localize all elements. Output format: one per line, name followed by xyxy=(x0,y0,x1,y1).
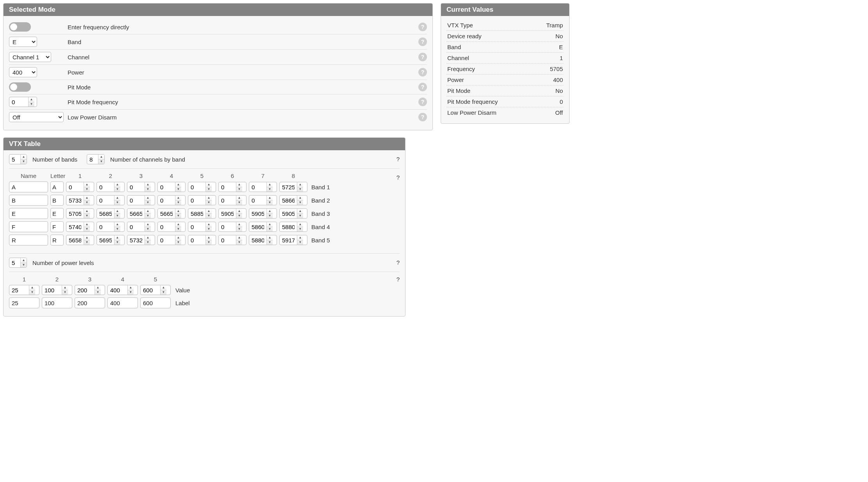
stepper-up-icon[interactable]: ▲ xyxy=(29,97,34,102)
band-channel-input[interactable]: ▲▼ xyxy=(96,222,125,232)
stepper-down-icon[interactable]: ▼ xyxy=(84,201,90,205)
stepper-up-icon[interactable]: ▲ xyxy=(114,196,120,201)
stepper-up-icon[interactable]: ▲ xyxy=(206,235,212,240)
stepper-up-icon[interactable]: ▲ xyxy=(98,155,104,160)
stepper-up-icon[interactable]: ▲ xyxy=(161,285,166,290)
band-channel-input[interactable]: ▲▼ xyxy=(218,182,246,192)
stepper-up-icon[interactable]: ▲ xyxy=(145,182,151,187)
band-channel-input[interactable]: ▲▼ xyxy=(188,222,216,232)
band-channel-input[interactable]: ▲▼ xyxy=(218,195,246,205)
band-channel-input[interactable]: ▲▼ xyxy=(66,222,94,232)
stepper-down-icon[interactable]: ▼ xyxy=(145,240,151,245)
stepper-down-icon[interactable]: ▼ xyxy=(267,214,273,219)
stepper-up-icon[interactable]: ▲ xyxy=(175,235,181,240)
stepper-up-icon[interactable]: ▲ xyxy=(114,209,120,214)
stepper-down-icon[interactable]: ▼ xyxy=(236,214,242,219)
stepper-down-icon[interactable]: ▼ xyxy=(297,187,303,192)
stepper-up-icon[interactable]: ▲ xyxy=(236,182,242,187)
band-channel-input[interactable]: ▲▼ xyxy=(127,208,155,219)
stepper-down-icon[interactable]: ▼ xyxy=(267,240,273,245)
stepper-up-icon[interactable]: ▲ xyxy=(267,196,273,201)
stepper-down-icon[interactable]: ▼ xyxy=(29,102,34,107)
stepper-up-icon[interactable]: ▲ xyxy=(95,285,101,290)
help-icon[interactable]: ? xyxy=(418,98,427,106)
stepper-down-icon[interactable]: ▼ xyxy=(267,201,273,205)
stepper-down-icon[interactable]: ▼ xyxy=(175,201,181,205)
stepper-down-icon[interactable]: ▼ xyxy=(175,240,181,245)
band-channel-input[interactable]: ▲▼ xyxy=(249,208,277,219)
select-channel[interactable]: Channel 1 xyxy=(9,52,51,62)
stepper-down-icon[interactable]: ▼ xyxy=(236,201,242,205)
band-letter-input[interactable] xyxy=(50,221,64,232)
stepper-down-icon[interactable]: ▼ xyxy=(98,160,104,164)
stepper-up-icon[interactable]: ▲ xyxy=(267,182,273,187)
band-channel-input[interactable]: ▲▼ xyxy=(127,222,155,232)
stepper-down-icon[interactable]: ▼ xyxy=(175,187,181,192)
band-letter-input[interactable] xyxy=(50,235,64,245)
stepper-down-icon[interactable]: ▼ xyxy=(297,201,303,205)
band-channel-input[interactable]: ▲▼ xyxy=(279,208,307,219)
stepper-up-icon[interactable]: ▲ xyxy=(267,235,273,240)
band-channel-input[interactable]: ▲▼ xyxy=(249,235,277,245)
power-value-input[interactable]: ▲▼ xyxy=(140,285,171,295)
stepper-down-icon[interactable]: ▼ xyxy=(297,227,303,232)
band-channel-input[interactable]: ▲▼ xyxy=(127,182,155,192)
stepper-down-icon[interactable]: ▼ xyxy=(236,240,242,245)
help-icon[interactable]: ? xyxy=(396,259,400,266)
input-num-power-levels[interactable]: ▲▼ xyxy=(9,258,27,268)
band-letter-input[interactable] xyxy=(50,208,64,219)
stepper-down-icon[interactable]: ▼ xyxy=(206,240,212,245)
stepper-up-icon[interactable]: ▲ xyxy=(145,209,151,214)
stepper-down-icon[interactable]: ▼ xyxy=(175,227,181,232)
stepper-up-icon[interactable]: ▲ xyxy=(297,222,303,227)
stepper-down-icon[interactable]: ▼ xyxy=(297,240,303,245)
stepper-up-icon[interactable]: ▲ xyxy=(21,155,27,160)
stepper-down-icon[interactable]: ▼ xyxy=(175,214,181,219)
toggle-pit-mode[interactable] xyxy=(9,82,31,92)
stepper-up-icon[interactable]: ▲ xyxy=(206,196,212,201)
stepper-down-icon[interactable]: ▼ xyxy=(84,227,90,232)
stepper-up-icon[interactable]: ▲ xyxy=(236,222,242,227)
stepper-up-icon[interactable]: ▲ xyxy=(297,182,303,187)
select-power[interactable]: 400 xyxy=(9,67,37,77)
help-icon[interactable]: ? xyxy=(396,276,400,283)
stepper-down-icon[interactable]: ▼ xyxy=(84,240,90,245)
band-channel-input[interactable]: ▲▼ xyxy=(279,195,307,205)
stepper-down-icon[interactable]: ▼ xyxy=(84,214,90,219)
stepper-down-icon[interactable]: ▼ xyxy=(236,187,242,192)
stepper-up-icon[interactable]: ▲ xyxy=(297,196,303,201)
stepper-down-icon[interactable]: ▼ xyxy=(145,214,151,219)
help-icon[interactable]: ? xyxy=(418,83,427,91)
stepper-up-icon[interactable]: ▲ xyxy=(21,258,27,263)
stepper-down-icon[interactable]: ▼ xyxy=(145,227,151,232)
stepper-down-icon[interactable]: ▼ xyxy=(297,214,303,219)
stepper-up-icon[interactable]: ▲ xyxy=(145,222,151,227)
stepper-up-icon[interactable]: ▲ xyxy=(84,182,90,187)
band-channel-input[interactable]: ▲▼ xyxy=(279,222,307,232)
input-num-channels[interactable]: ▲▼ xyxy=(87,154,105,164)
stepper-down-icon[interactable]: ▼ xyxy=(206,214,212,219)
band-channel-input[interactable]: ▲▼ xyxy=(157,235,186,245)
stepper-up-icon[interactable]: ▲ xyxy=(175,196,181,201)
power-label-input[interactable] xyxy=(75,297,105,308)
band-name-input[interactable] xyxy=(9,221,48,232)
band-channel-input[interactable]: ▲▼ xyxy=(188,182,216,192)
stepper-up-icon[interactable]: ▲ xyxy=(297,209,303,214)
stepper-up-icon[interactable]: ▲ xyxy=(175,182,181,187)
band-letter-input[interactable] xyxy=(50,195,64,206)
stepper-up-icon[interactable]: ▲ xyxy=(236,235,242,240)
stepper-down-icon[interactable]: ▼ xyxy=(114,227,120,232)
band-channel-input[interactable]: ▲▼ xyxy=(188,195,216,205)
help-icon[interactable]: ? xyxy=(418,113,427,121)
stepper-down-icon[interactable]: ▼ xyxy=(114,187,120,192)
stepper-down-icon[interactable]: ▼ xyxy=(206,201,212,205)
band-channel-input[interactable]: ▲▼ xyxy=(279,235,307,245)
band-channel-input[interactable]: ▲▼ xyxy=(249,222,277,232)
stepper-down-icon[interactable]: ▼ xyxy=(29,290,35,295)
stepper-up-icon[interactable]: ▲ xyxy=(175,222,181,227)
band-channel-input[interactable]: ▲▼ xyxy=(96,195,125,205)
stepper-down-icon[interactable]: ▼ xyxy=(161,290,166,295)
band-channel-input[interactable]: ▲▼ xyxy=(279,182,307,192)
stepper-down-icon[interactable]: ▼ xyxy=(145,187,151,192)
stepper-down-icon[interactable]: ▼ xyxy=(21,160,27,164)
